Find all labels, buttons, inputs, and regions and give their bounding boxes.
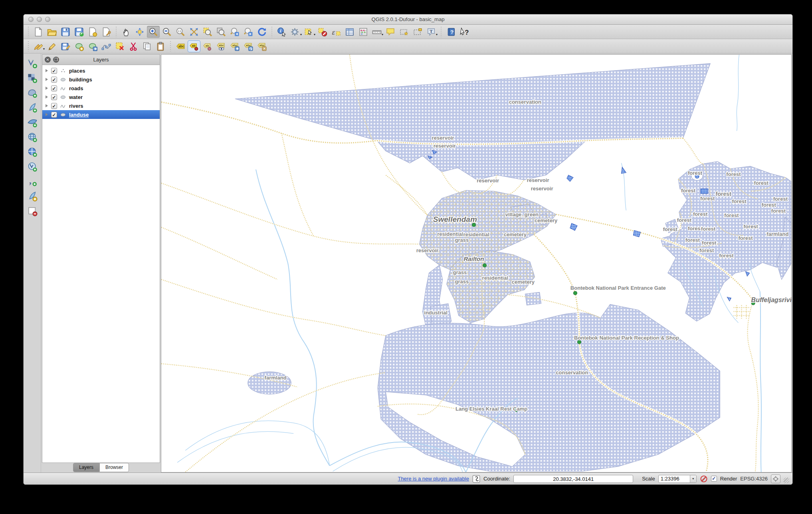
expand-arrow-icon[interactable] [46,95,48,99]
stop-rendering-icon[interactable] [700,475,708,483]
change-label-button[interactable] [255,40,268,52]
dropdown-arrow-icon[interactable]: ▾ [382,33,383,36]
layer-item-landuse[interactable]: ✓landuse [42,110,160,119]
layer-item-water[interactable]: ✓water [42,93,160,101]
new-spatialite-layer-button[interactable] [26,190,39,202]
pan-map-button[interactable] [120,26,133,38]
open-project-button[interactable] [46,26,58,38]
add-vector-layer-button[interactable] [26,57,39,69]
new-project-button[interactable] [32,26,45,38]
deselect-features-button[interactable] [316,26,329,38]
add-wms-layer-button[interactable] [26,131,39,143]
save-project-as-button[interactable] [73,26,85,38]
resize-grip[interactable] [784,478,789,483]
add-mssql-layer-button[interactable] [26,117,39,128]
add-postgis-layer-button[interactable] [26,87,39,99]
select-features-button[interactable]: ▾ [303,26,315,38]
layer-visibility-checkbox[interactable]: ✓ [51,77,57,83]
layer-visibility-checkbox[interactable]: ✓ [51,94,57,100]
move-feature-button[interactable] [86,40,99,52]
panel-tab-layers[interactable]: Layers [73,463,99,472]
layer-item-rivers[interactable]: ✓rivers [42,101,160,110]
scale-combobox[interactable]: 1:23396 ▾ [658,475,697,483]
render-checkbox[interactable]: ✓ [711,476,717,482]
layer-visibility-checkbox[interactable]: ✓ [51,68,57,74]
attribute-table-button[interactable] [343,26,356,38]
scale-dropdown-icon[interactable]: ▾ [690,475,696,482]
scale-value: 1:23396 [659,476,690,482]
whats-this-button[interactable] [458,26,471,38]
node-tool-button[interactable] [100,40,113,52]
add-spatialite-layer-button[interactable] [26,102,39,114]
add-wfs-layer-button[interactable] [26,161,39,173]
dropdown-arrow-icon[interactable]: ▾ [436,33,438,36]
toggle-editing-button[interactable] [46,40,58,52]
paste-features-button[interactable] [154,40,167,52]
layer-item-roads[interactable]: ✓roads [42,84,160,93]
field-calculator-button[interactable] [357,26,370,38]
select-by-expression-button[interactable] [330,26,343,38]
title-bar[interactable]: QGIS 2.0.1-Dufour - basic_map [24,14,792,25]
toolbar-handle[interactable] [26,27,30,37]
expand-arrow-icon[interactable] [46,87,48,90]
composer-manager-button[interactable] [100,26,113,38]
zoom-actual-button[interactable] [174,26,187,38]
help-contents-icon [446,27,456,37]
zoom-out-button[interactable] [160,26,173,38]
toolbar-handle[interactable] [26,41,30,51]
current-edits-button[interactable]: ▾ [32,40,45,52]
dropdown-arrow-icon[interactable]: ▾ [43,47,45,51]
highlight-pinned-labels-button[interactable] [201,40,214,52]
pan-to-selection-button[interactable] [133,26,146,38]
zoom-to-selection-button[interactable] [201,26,214,38]
pin-labels-button[interactable] [188,40,200,52]
zoom-next-button[interactable] [242,26,255,38]
text-annotation-button[interactable]: ▾ [425,26,438,38]
show-bookmarks-button[interactable] [411,26,424,38]
expand-arrow-icon[interactable] [46,69,48,72]
save-project-button[interactable] [59,26,72,38]
dropdown-arrow-icon[interactable]: ▾ [300,33,302,36]
new-bookmark-button[interactable] [398,26,410,38]
panel-tab-browser[interactable]: Browser [99,463,129,472]
map-tips-button[interactable] [384,26,397,38]
save-layer-edits-button[interactable] [59,40,72,52]
add-delimited-text-layer-button[interactable] [26,176,39,188]
help-contents-button[interactable] [445,26,457,38]
refresh-icon [257,27,267,37]
show-hide-labels-button[interactable] [215,40,228,52]
map-canvas[interactable]: conservationreservoirreservoirreservoirr… [161,54,792,472]
zoom-to-layer-button[interactable] [215,26,228,38]
layer-item-buildings[interactable]: ✓buildings [42,75,160,84]
feature-action-button[interactable]: ▾ [289,26,302,38]
layer-visibility-checkbox[interactable]: ✓ [51,112,57,118]
zoom-last-button[interactable] [228,26,241,38]
expand-arrow-icon[interactable] [46,78,48,81]
refresh-button[interactable] [255,26,268,38]
move-label-button[interactable] [228,40,241,52]
identify-button[interactable] [275,26,288,38]
layer-labeling-button[interactable] [174,40,187,52]
add-raster-layer-button[interactable] [26,72,39,84]
expand-arrow-icon[interactable] [46,104,48,107]
rotate-label-button[interactable] [242,40,255,52]
new-composer-button[interactable] [86,26,99,38]
cut-features-button[interactable] [127,40,140,52]
zoom-in-button[interactable] [147,26,160,38]
zoom-full-button[interactable] [188,26,200,38]
plugin-icon[interactable] [472,475,480,483]
crs-status-button[interactable] [771,474,780,483]
expand-arrow-icon[interactable] [46,113,48,116]
measure-button[interactable]: ▾ [370,26,383,38]
dropdown-arrow-icon[interactable]: ▾ [314,33,315,36]
layer-visibility-checkbox[interactable]: ✓ [51,85,57,91]
copy-features-button[interactable] [141,40,153,52]
plugin-available-link[interactable]: There is a new plugin available [398,476,469,482]
layer-visibility-checkbox[interactable]: ✓ [51,103,57,109]
remove-layer-button[interactable] [26,205,39,217]
coordinate-input[interactable]: 20.3832,-34.0141 [513,475,633,483]
add-wcs-layer-button[interactable] [26,146,39,158]
layer-item-places[interactable]: ✓places [42,66,160,75]
delete-selected-button[interactable] [113,40,126,52]
add-feature-button[interactable] [73,40,85,52]
